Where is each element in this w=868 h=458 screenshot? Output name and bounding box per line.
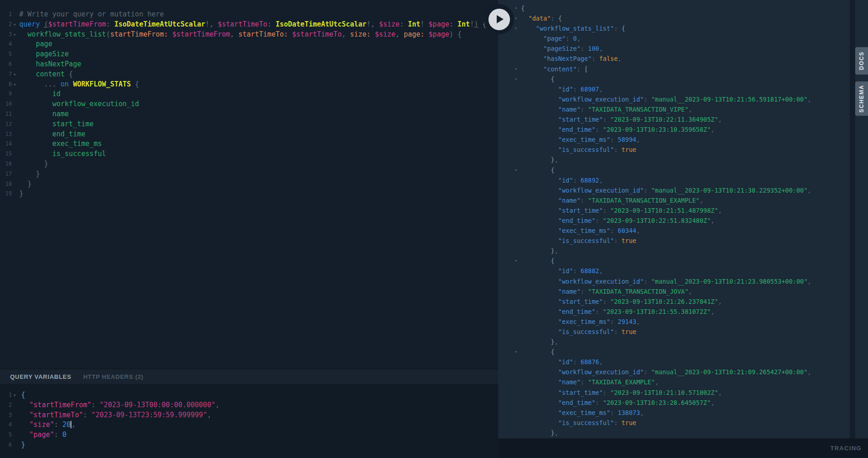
fold-arrow[interactable]: ▾ [515, 256, 517, 266]
variable-line: 3 "startTimeTo": "2023-09-13T23:59:59.99… [0, 410, 498, 420]
query-line: 17 } [0, 169, 498, 179]
response-line: "is_successful": true [498, 327, 868, 337]
line-number: 7 [0, 70, 12, 80]
response-line: "id": 68907, [498, 84, 868, 94]
fold-arrow[interactable]: ▾ [515, 347, 517, 357]
variable-line: 1▾{ [0, 390, 498, 400]
response-line: ▾ { [498, 165, 868, 175]
line-number: 3 [0, 30, 12, 40]
fold-arrow[interactable]: ▾ [515, 13, 517, 23]
query-line: 11 name [0, 109, 498, 119]
line-number: 9 [0, 89, 12, 99]
line-number: 12 [0, 119, 12, 129]
query-line: 6 hasNextPage [0, 59, 498, 70]
fold-arrow[interactable]: ▾ [515, 74, 517, 84]
execute-button[interactable] [484, 4, 514, 34]
response-line: "workflow_execution_id": "manual__2023-0… [498, 276, 868, 286]
response-line: "end_time": "2023-09-13T10:23:10.359658Z… [498, 124, 868, 135]
line-number: 14 [0, 139, 12, 149]
response-line: "workflow_execution_id": "manual__2023-0… [498, 94, 868, 104]
line-number: 8 [0, 80, 12, 90]
fold-arrow[interactable]: ▾ [515, 3, 517, 13]
line-number: 16 [0, 159, 12, 169]
line-number: 4 [0, 420, 12, 430]
response-line: "is_successful": true [498, 145, 868, 155]
scrollbar-track[interactable] [850, 0, 855, 438]
response-line: "exec_time_ms": 60344, [498, 226, 868, 236]
query-line: 15 is_successful [0, 149, 498, 159]
response-line: }, [498, 155, 868, 165]
schema-tab[interactable]: SCHEMA [855, 81, 868, 116]
response-line: ▾ { [498, 74, 868, 84]
query-line: 18 } [0, 179, 498, 189]
execute-button-face [488, 9, 510, 30]
line-number: 5 [0, 49, 12, 59]
response-line: "start_time": "2023-09-13T10:21:51.48799… [498, 205, 868, 216]
fold-arrow[interactable]: ▾ [13, 20, 16, 30]
line-number: 17 [0, 169, 12, 179]
line-number: 19 [0, 189, 12, 199]
tab-query-variables[interactable]: QUERY VARIABLES [10, 373, 71, 380]
docs-tab[interactable]: DOCS [855, 47, 868, 75]
response-line: }, [498, 337, 868, 347]
line-number: 1 [0, 10, 12, 20]
line-number: 6 [0, 440, 12, 450]
response-line: "workflow_execution_id": "manual__2023-0… [498, 185, 868, 195]
response-line: "start_time": "2023-09-13T10:21:10.57180… [498, 388, 868, 398]
response-line: "name": "TAXIDATA_TRANSACTION_JOVA", [498, 286, 868, 296]
line-number: 3 [0, 410, 12, 420]
response-line: ▾ "content": [ [498, 64, 868, 74]
variables-header: QUERY VARIABLES HTTP HEADERS (2) [0, 369, 498, 384]
response-line: "page": 0, [498, 33, 868, 43]
query-line: 4 page [0, 39, 498, 49]
response-line: ▾ { [498, 256, 868, 266]
fold-arrow[interactable]: ▾ [515, 165, 517, 175]
fold-arrow[interactable]: ▾ [13, 390, 16, 400]
response-line: }, [498, 246, 868, 256]
line-number: 18 [0, 179, 12, 189]
response-line: ▾{ [498, 3, 868, 13]
response-line: "end_time": "2023-09-13T10:21:55.381072Z… [498, 307, 868, 317]
fold-arrow[interactable]: ▾ [13, 30, 16, 40]
response-line: "exec_time_ms": 29143, [498, 317, 868, 327]
response-line: "name": "TAXIDATA_TRANSACTION_EXAMPLE", [498, 195, 868, 205]
line-number: 10 [0, 99, 12, 109]
query-line: 14 exec_time_ms [0, 139, 498, 149]
response-line: ▾ { [498, 347, 868, 357]
fold-arrow[interactable]: ▾ [13, 80, 16, 90]
response-line: "name": "TAXIDATA_TRANSACTION_VIPE", [498, 104, 868, 114]
line-number: 6 [0, 59, 12, 70]
query-line: 2▾query ($startTimeFrom: IsoDateTimeAtUt… [0, 20, 498, 30]
query-line: 13 end_time [0, 129, 498, 140]
response-line: "start_time": "2023-09-13T10:22:11.36490… [498, 114, 868, 124]
fold-arrow[interactable]: ▾ [515, 23, 517, 33]
line-number: 11 [0, 109, 12, 119]
tab-http-headers[interactable]: HTTP HEADERS (2) [83, 373, 144, 380]
response-line: ▾ "workflow_stats_list": { [498, 23, 868, 33]
query-line: 5 pageSize [0, 49, 498, 59]
response-line: "hasNextPage": false, [498, 54, 868, 64]
response-line: "is_successful": true [498, 418, 868, 428]
variables-editor[interactable]: 1▾{2 "startTimeFrom": "2023-09-13T00:00:… [0, 384, 498, 458]
response-line: "workflow_execution_id": "manual__2023-0… [498, 367, 868, 377]
query-line: 3▾ workflow_stats_list(startTimeFrom: $s… [0, 30, 498, 40]
query-line: 10 workflow_execution_id [0, 99, 498, 109]
query-editor[interactable]: 1# Write your query or mutation here2▾qu… [0, 0, 498, 369]
tracing-bar: TRACING [498, 438, 868, 458]
query-line: 12 start_time [0, 119, 498, 129]
tracing-toggle[interactable]: TRACING [830, 445, 862, 452]
response-line: ▾ "data": { [498, 13, 868, 23]
fold-arrow[interactable]: ▾ [515, 64, 517, 74]
response-pane: ▾{▾ "data": {▾ "workflow_stats_list": { … [498, 0, 868, 458]
line-number: 15 [0, 149, 12, 159]
variable-line: 6} [0, 440, 498, 450]
response-line: "pageSize": 100, [498, 43, 868, 54]
fold-arrow[interactable]: ▾ [13, 70, 16, 80]
query-line: 9 id [0, 89, 498, 99]
response-line: "end_time": "2023-09-13T10:22:51.832480Z… [498, 216, 868, 226]
response-viewer: ▾{▾ "data": {▾ "workflow_stats_list": { … [498, 0, 868, 438]
line-number: 5 [0, 430, 12, 440]
line-number: 4 [0, 39, 12, 49]
play-icon [497, 15, 504, 23]
line-number: 2 [0, 20, 12, 30]
